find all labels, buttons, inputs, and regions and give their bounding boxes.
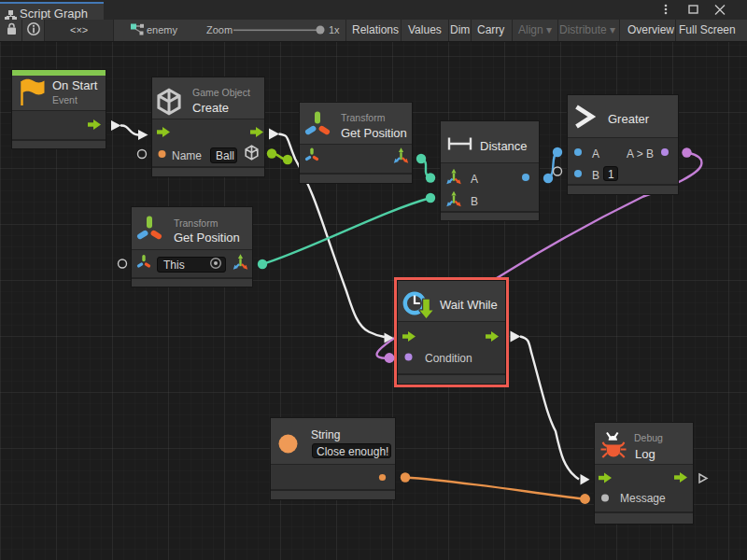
svg-text:<×>: <×> [70, 24, 88, 35]
